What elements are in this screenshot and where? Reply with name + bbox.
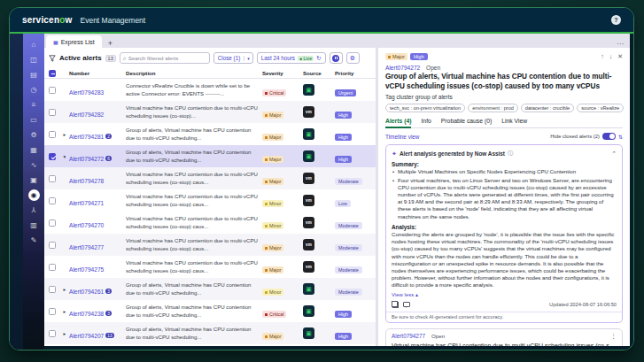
tab-express-list[interactable]: ▦ Express List — [46, 35, 102, 48]
column-number[interactable]: Number — [69, 70, 126, 76]
source-icon: vm — [303, 239, 314, 250]
table-row[interactable]: Alert0794270 Virtual machine has CPU con… — [44, 212, 376, 234]
column-description[interactable]: Description — [126, 70, 262, 76]
child-alert-link[interactable]: Alert0794277 — [392, 333, 425, 339]
alert-number-link[interactable]: Alert0794270 — [69, 222, 104, 228]
row-checkbox[interactable] — [49, 131, 56, 138]
new-tab-button[interactable]: + — [108, 40, 113, 48]
row-checkbox[interactable] — [49, 175, 56, 182]
pause-live-button[interactable] — [330, 52, 343, 64]
row-checkbox[interactable] — [49, 264, 56, 271]
workspaces-icon[interactable]: ◫ — [27, 54, 41, 65]
column-severity[interactable]: Severity — [262, 70, 303, 76]
activity-icon[interactable]: ∿ — [27, 159, 41, 171]
info-icon[interactable]: ⓘ — [508, 150, 513, 158]
media-icon[interactable]: ▣ — [27, 174, 41, 186]
time-range-button[interactable]: Last 24 hours ● Live ↻ — [257, 52, 326, 64]
detail-title: Group of alerts, Virtual machine has CPU… — [385, 73, 623, 91]
row-checkbox[interactable] — [49, 87, 56, 94]
branch-icon[interactable]: ⅄ — [27, 204, 41, 216]
column-source[interactable]: Source — [303, 70, 335, 76]
edit-icon[interactable]: ✎ — [27, 235, 41, 246]
settings-icon[interactable]: ⚙ — [27, 129, 41, 141]
row-checkbox[interactable] — [49, 109, 56, 116]
alert-number-link[interactable]: Alert0794277 — [69, 244, 104, 250]
history-icon[interactable]: ◷ — [27, 84, 41, 96]
help-icon[interactable]: ? — [611, 15, 621, 25]
home-icon[interactable]: ⌂ — [27, 39, 41, 50]
table-row[interactable]: ▸ Alert07942383 Group of alerts, Virtual… — [44, 300, 376, 322]
close-button-label[interactable]: Close (1) — [214, 53, 244, 63]
close-panel-icon[interactable]: ✕ — [617, 53, 623, 60]
prev-alert-icon[interactable]: ↑ — [601, 53, 604, 60]
row-checkbox[interactable] — [49, 153, 56, 160]
timeline-view-link[interactable]: Timeline view — [385, 134, 419, 140]
row-checkbox[interactable] — [49, 308, 56, 315]
search-box[interactable]: ⌕ — [120, 52, 210, 64]
agenda-icon[interactable]: ▤ — [27, 69, 41, 81]
severity-badge: Minor — [262, 222, 283, 229]
detail-tab[interactable]: Alerts (4) — [385, 118, 411, 128]
row-checkbox[interactable] — [49, 330, 56, 337]
feedback-icon[interactable] — [403, 302, 410, 307]
table-row[interactable]: ▸ Alert07942613 Group of alerts, Virtual… — [44, 278, 376, 300]
table-row[interactable]: Alert0794277 Virtual machine has CPU con… — [44, 234, 376, 256]
row-checkbox[interactable] — [49, 286, 56, 293]
table-row[interactable]: Alert0794283 Connector vRealize Crucible… — [44, 79, 376, 101]
column-priority[interactable]: Priority — [335, 70, 376, 76]
close-split-button[interactable]: Close (1) ▾ — [213, 52, 253, 64]
priority-badge: High — [335, 112, 352, 119]
sort-icon[interactable]: ⇅ — [618, 134, 623, 140]
detail-alert-link[interactable]: Alert0794272 — [385, 65, 420, 71]
table-row[interactable]: Alert0794275 Virtual machine has CPU con… — [44, 256, 376, 278]
detail-tab[interactable]: Info — [421, 118, 431, 127]
next-alert-icon[interactable]: ↓ — [609, 53, 613, 60]
row-checkbox[interactable] — [49, 242, 56, 249]
table-row[interactable]: Alert0794282 Virtual machine has CPU con… — [44, 101, 376, 123]
list-settings-button[interactable]: ⚙ — [346, 52, 360, 64]
expand-chevron-icon[interactable]: ▸ — [60, 132, 69, 137]
screenshot-stage: servicenow Event Management ? ⌂ ◫ ▤ ◷ ≡ — [0, 0, 644, 362]
alert-number-link[interactable]: Alert0794272 — [69, 156, 104, 162]
kebab-menu-icon[interactable]: ⋮ — [610, 333, 617, 340]
list-icon[interactable]: ≡ — [27, 99, 41, 111]
alert-number-link[interactable]: Alert0794278 — [69, 178, 104, 184]
alert-number-link[interactable]: Alert0794271 — [69, 200, 104, 206]
select-all-checkbox[interactable] — [49, 70, 56, 77]
alert-number-link[interactable]: Alert0794207 — [69, 333, 104, 339]
display-icon[interactable]: ▭ — [27, 114, 41, 126]
row-checkbox[interactable] — [49, 197, 56, 204]
collapse-chevron-icon[interactable]: ⌃ — [611, 150, 617, 158]
alert-number-link[interactable]: Alert0794275 — [69, 266, 104, 273]
table-row[interactable]: Alert0794271 Virtual machine has CPU con… — [44, 189, 376, 212]
chart-icon[interactable]: ▥ — [27, 220, 41, 231]
detail-tab[interactable]: Probable cause (0) — [441, 118, 492, 127]
expand-chevron-icon[interactable]: ▸ — [60, 287, 69, 292]
table-row[interactable]: ▸ Alert07942812 Group of alerts, Virtual… — [44, 123, 376, 145]
hide-closed-toggle[interactable] — [602, 133, 616, 140]
search-input[interactable] — [128, 55, 206, 61]
expand-chevron-icon[interactable]: ▸ — [60, 331, 69, 336]
window-left-gutter — [10, 34, 23, 350]
alert-number-link[interactable]: Alert0794261 — [69, 289, 104, 295]
priority-badge: Moderate — [335, 178, 362, 185]
table-row[interactable]: ▾ Alert07942726 Group of alerts, Virtual… — [44, 145, 376, 167]
refresh-icon[interactable]: ↻ — [316, 55, 321, 62]
close-caret-icon[interactable]: ▾ — [244, 56, 252, 61]
copy-icon[interactable] — [392, 301, 399, 308]
alert-number-link[interactable]: Alert0794281 — [69, 134, 104, 140]
alert-number-link[interactable]: Alert0794282 — [69, 112, 104, 118]
apps-icon[interactable]: ▦ — [27, 144, 41, 156]
expand-chevron-icon[interactable]: ▾ — [60, 154, 69, 159]
alert-number-link[interactable]: Alert0794238 — [69, 311, 104, 317]
event-management-icon[interactable]: ◉ — [28, 189, 40, 201]
table-row[interactable]: Alert0794278 Virtual machine has CPU con… — [44, 167, 376, 189]
alert-number-link[interactable]: Alert0794283 — [69, 89, 104, 96]
expand-chevron-icon[interactable]: ▸ — [60, 309, 69, 314]
view-less-link[interactable]: View less ▴ — [392, 291, 617, 297]
row-checkbox[interactable] — [49, 220, 56, 227]
tab-overflow-button[interactable]: ⋯ — [617, 40, 624, 48]
detail-tab[interactable]: Link View — [501, 118, 527, 127]
table-row[interactable]: ▸ Alert079420713 Group of alerts, Virtua… — [44, 322, 376, 344]
source-icon: ▣ — [303, 150, 314, 162]
